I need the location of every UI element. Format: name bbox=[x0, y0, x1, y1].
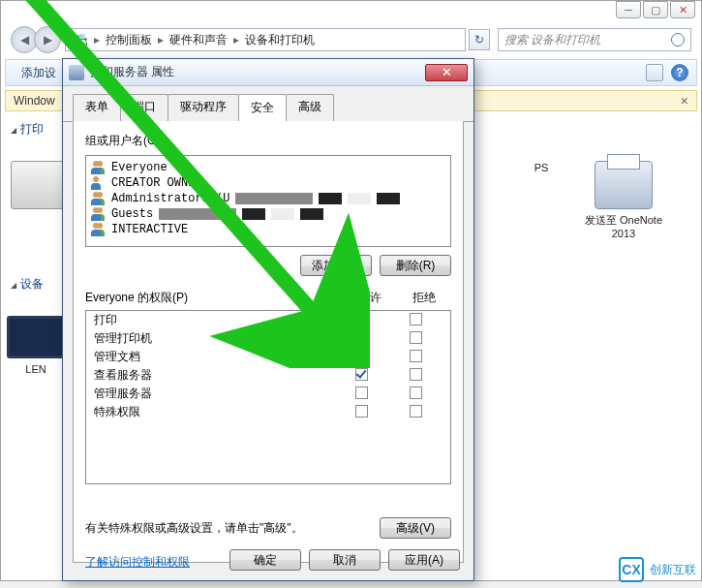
user-name-label: Guests bbox=[111, 207, 153, 221]
permission-name: 打印 bbox=[94, 312, 334, 328]
permissions-table: 打印管理打印机管理文档查看服务器管理服务器特殊权限 bbox=[85, 310, 451, 484]
printer-icon bbox=[69, 65, 84, 80]
deny-checkbox[interactable] bbox=[410, 387, 422, 399]
help-icon[interactable]: ? bbox=[671, 64, 688, 81]
nav-bar: ◀ ▶ 📇▸ 控制面板▸ 硬件和声音▸ 设备和打印机 ↻ 搜索 设备和打印机 bbox=[11, 25, 691, 54]
user-list[interactable]: EveryoneCREATOR OWNERAdministrators (UGu… bbox=[85, 155, 451, 247]
watermark: CX 创新互联 bbox=[619, 557, 696, 582]
add-device-button[interactable]: 添加设 bbox=[14, 62, 64, 84]
notification-close-icon[interactable]: × bbox=[681, 93, 688, 108]
allow-checkbox[interactable] bbox=[355, 368, 368, 381]
device-fax[interactable] bbox=[11, 161, 69, 213]
tab-advanced[interactable]: 高级 bbox=[286, 94, 334, 121]
watermark-icon: CX bbox=[619, 557, 644, 582]
printer-icon bbox=[595, 161, 653, 209]
allow-checkbox[interactable] bbox=[355, 387, 368, 399]
breadcrumb-seg[interactable]: 控制面板 bbox=[102, 32, 156, 48]
allow-checkbox[interactable] bbox=[355, 331, 368, 344]
allow-checkbox[interactable] bbox=[355, 350, 368, 362]
learn-acl-link[interactable]: 了解访问控制和权限 bbox=[85, 554, 190, 571]
permission-name: 管理服务器 bbox=[94, 386, 334, 402]
dialog-close-button[interactable]: ✕ bbox=[425, 64, 468, 81]
deny-checkbox[interactable] bbox=[410, 331, 422, 344]
nav-forward-button[interactable]: ▶ bbox=[34, 26, 61, 53]
tab-security[interactable]: 安全 bbox=[238, 94, 287, 121]
permission-row: 管理服务器 bbox=[86, 385, 450, 403]
device-onenote[interactable]: 发送至 OneNote 2013 bbox=[575, 161, 672, 240]
dialog-title: 打印服务器 属性 bbox=[90, 64, 174, 80]
allow-header: 允许 bbox=[343, 290, 397, 306]
user-list-item[interactable]: INTERACTIVE bbox=[90, 222, 446, 237]
group-icon bbox=[90, 161, 106, 174]
user-name-label: INTERACTIVE bbox=[111, 223, 188, 236]
permission-row: 管理文档 bbox=[86, 348, 450, 366]
permissions-for-label: Everyone 的权限(P) bbox=[85, 290, 343, 306]
user-list-item[interactable]: Administrators (U bbox=[90, 191, 446, 206]
allow-checkbox[interactable] bbox=[355, 405, 368, 418]
fax-icon bbox=[11, 161, 69, 209]
window-controls: ─ ▢ ✕ bbox=[616, 1, 695, 18]
user-list-item[interactable]: Everyone bbox=[90, 160, 446, 175]
monitor-icon bbox=[7, 316, 65, 358]
permission-name: 管理文档 bbox=[94, 349, 334, 365]
tab-drivers[interactable]: 驱动程序 bbox=[168, 94, 239, 121]
add-user-button[interactable]: 添加(D)... bbox=[300, 255, 372, 276]
permission-row: 查看服务器 bbox=[86, 366, 450, 385]
cancel-button[interactable]: 取消 bbox=[309, 549, 381, 571]
deny-checkbox[interactable] bbox=[410, 405, 422, 418]
deny-header: 拒绝 bbox=[397, 290, 451, 306]
group-icon bbox=[90, 207, 106, 221]
permission-row: 特殊权限 bbox=[86, 403, 450, 421]
advanced-button[interactable]: 高级(V) bbox=[380, 517, 451, 539]
group-icon bbox=[90, 192, 106, 205]
minimize-button[interactable]: ─ bbox=[616, 1, 641, 18]
view-icon[interactable] bbox=[646, 64, 663, 81]
tab-forms[interactable]: 表单 bbox=[73, 94, 121, 121]
print-server-properties-dialog: 打印服务器 属性 ✕ 表单 端口 驱动程序 安全 高级 组或用户名(G): Ev… bbox=[62, 58, 474, 581]
permission-name: 管理打印机 bbox=[94, 330, 334, 347]
allow-checkbox[interactable] bbox=[355, 313, 368, 325]
user-name-label: CREATOR OWNER bbox=[111, 176, 202, 190]
user-list-item[interactable]: Guests bbox=[90, 206, 446, 222]
permission-name: 特殊权限 bbox=[94, 404, 334, 420]
search-input[interactable]: 搜索 设备和打印机 bbox=[498, 28, 691, 51]
permission-row: 打印 bbox=[86, 311, 450, 329]
device-printer-ps[interactable]: PS bbox=[517, 161, 565, 174]
deny-checkbox[interactable] bbox=[410, 368, 422, 381]
breadcrumb-seg[interactable]: 设备和打印机 bbox=[241, 32, 319, 48]
user-icon bbox=[90, 176, 106, 190]
close-button[interactable]: ✕ bbox=[670, 1, 695, 18]
tab-content-security: 组或用户名(G): EveryoneCREATOR OWNERAdministr… bbox=[73, 121, 464, 563]
deny-checkbox[interactable] bbox=[410, 313, 422, 325]
remove-user-button[interactable]: 删除(R) bbox=[380, 255, 451, 276]
permission-name: 查看服务器 bbox=[94, 367, 334, 384]
group-icon bbox=[90, 223, 106, 236]
tab-ports[interactable]: 端口 bbox=[120, 94, 168, 121]
deny-checkbox[interactable] bbox=[410, 350, 422, 362]
refresh-button[interactable]: ↻ bbox=[469, 29, 490, 50]
advanced-hint-text: 有关特殊权限或高级设置，请单击"高级"。 bbox=[85, 520, 380, 537]
device-monitor[interactable]: LEN bbox=[7, 316, 65, 376]
group-users-label: 组或用户名(G): bbox=[85, 133, 451, 149]
permission-row: 管理打印机 bbox=[86, 329, 450, 348]
ok-button[interactable]: 确定 bbox=[229, 549, 301, 571]
tab-strip: 表单 端口 驱动程序 安全 高级 bbox=[63, 86, 473, 122]
dialog-titlebar[interactable]: 打印服务器 属性 ✕ bbox=[63, 59, 473, 86]
apply-button[interactable]: 应用(A) bbox=[388, 549, 460, 571]
notification-text: Window bbox=[14, 94, 55, 108]
watermark-text: 创新互联 bbox=[650, 562, 696, 578]
breadcrumb-seg[interactable]: 硬件和声音 bbox=[166, 32, 231, 48]
breadcrumb[interactable]: 📇▸ 控制面板▸ 硬件和声音▸ 设备和打印机 bbox=[65, 28, 466, 51]
user-list-item[interactable]: CREATOR OWNER bbox=[90, 175, 446, 191]
user-name-label: Everyone bbox=[111, 161, 168, 174]
maximize-button[interactable]: ▢ bbox=[643, 1, 668, 18]
user-name-label: Administrators (U bbox=[111, 192, 229, 205]
